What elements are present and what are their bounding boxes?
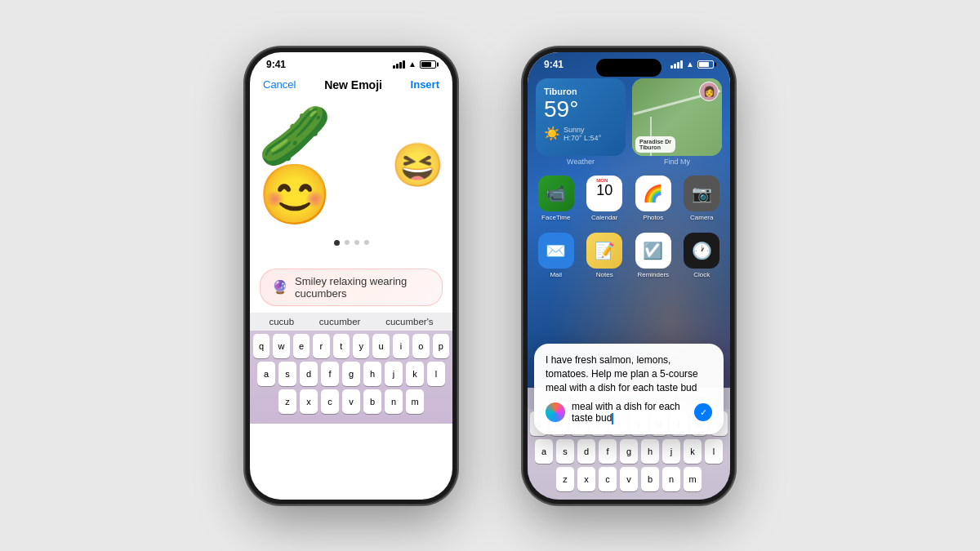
hkey-d[interactable]: d: [577, 439, 595, 464]
notes-label: Notes: [596, 271, 613, 278]
siri-send-button[interactable]: ✓: [694, 403, 712, 421]
key-o[interactable]: o: [412, 334, 429, 358]
key-x[interactable]: x: [300, 389, 318, 414]
key-row-2: a s d f g h j k l: [253, 362, 449, 386]
hkey-v[interactable]: v: [620, 467, 638, 491]
reminders-icon: ☑️: [635, 233, 671, 269]
weather-city: Tiburon: [544, 87, 617, 96]
key-n[interactable]: n: [385, 389, 403, 414]
time-2: 9:41: [544, 59, 564, 70]
calendar-label: Calendar: [591, 214, 617, 221]
key-r[interactable]: r: [313, 334, 329, 358]
reminders-label: Reminders: [637, 271, 669, 278]
hkey-m[interactable]: m: [684, 467, 702, 491]
autocomplete-1[interactable]: cucub: [269, 317, 294, 327]
autocomplete-2[interactable]: cucumber: [319, 317, 361, 327]
map-widget[interactable]: 👩 Paradise Dr Tiburon: [632, 78, 722, 156]
siri-typed-text: meal with a dish for each taste bud: [572, 401, 688, 424]
dot-1: [334, 240, 340, 246]
sun-icon: ☀️: [544, 126, 560, 141]
key-e[interactable]: e: [293, 334, 310, 358]
key-l[interactable]: l: [427, 362, 445, 386]
weather-widget[interactable]: Tiburon 59° ☀️ Sunny H:70° L:54°: [536, 78, 626, 156]
facetime-label: FaceTime: [541, 214, 570, 221]
dot-3: [354, 240, 359, 245]
mail-icon: ✉️: [538, 233, 574, 269]
key-t[interactable]: t: [333, 334, 350, 358]
camera-label: Camera: [690, 214, 713, 221]
key-k[interactable]: k: [406, 362, 424, 386]
hkey-g[interactable]: g: [620, 439, 638, 464]
hkey-h[interactable]: h: [641, 439, 659, 464]
key-s[interactable]: s: [278, 362, 296, 386]
facetime-app[interactable]: 📹 FaceTime: [536, 176, 577, 221]
weather-label: Weather: [536, 156, 626, 167]
hkey-s[interactable]: s: [556, 439, 574, 464]
insert-button[interactable]: Insert: [411, 78, 439, 91]
time-1: 9:41: [266, 59, 286, 70]
widgets-row: Tiburon 59° ☀️ Sunny H:70° L:54° Weather: [528, 73, 730, 172]
search-bar-area: 🔮 Smiley relaxing wearing cucumbers: [250, 262, 452, 313]
phone-2-screen: 9:41 ▲ Ti: [528, 52, 730, 500]
key-row-3: z x c v b n m: [253, 389, 449, 414]
siri-orb-icon: [546, 402, 565, 422]
key-p[interactable]: p: [433, 334, 449, 358]
key-d[interactable]: d: [300, 362, 318, 386]
hkey-b[interactable]: b: [641, 467, 659, 491]
text-cursor: [612, 413, 613, 424]
signal-icon-2: [670, 60, 683, 69]
key-i[interactable]: i: [393, 334, 409, 358]
mail-app[interactable]: ✉️ Mail: [536, 233, 577, 278]
key-g[interactable]: g: [342, 362, 360, 386]
hkey-a[interactable]: a: [535, 439, 553, 464]
map-sublocation: Tiburon: [639, 144, 671, 150]
hkey-f[interactable]: f: [599, 439, 617, 464]
reminders-app[interactable]: ☑️ Reminders: [633, 233, 674, 278]
calendar-app[interactable]: MON 10 Calendar: [585, 176, 626, 221]
hkey-n[interactable]: n: [662, 467, 680, 491]
key-q[interactable]: q: [253, 334, 270, 358]
notes-icon: 📝: [586, 233, 622, 269]
emoji-search-input[interactable]: 🔮 Smiley relaxing wearing cucumbers: [260, 269, 443, 306]
key-z[interactable]: z: [278, 389, 296, 414]
key-f[interactable]: f: [321, 362, 339, 386]
hkey-k[interactable]: k: [684, 439, 702, 464]
clock-label: Clock: [693, 271, 710, 278]
hkey-l[interactable]: l: [705, 439, 723, 464]
map-avatar: 👩: [699, 82, 719, 101]
key-w[interactable]: w: [273, 334, 289, 358]
hkey-z[interactable]: z: [556, 467, 574, 491]
key-u[interactable]: u: [372, 334, 389, 358]
home-key-row-2: a s d f g h j k l: [530, 439, 728, 464]
emoji-alternate[interactable]: 😆: [391, 144, 444, 186]
key-h[interactable]: h: [363, 362, 381, 386]
calendar-icon: MON 10: [586, 176, 622, 211]
key-m[interactable]: m: [406, 389, 424, 414]
hkey-x[interactable]: x: [577, 467, 595, 491]
key-a[interactable]: a: [257, 362, 275, 386]
photos-app[interactable]: 🌈 Photos: [633, 176, 674, 221]
wifi-icon-1: ▲: [408, 60, 416, 69]
key-b[interactable]: b: [363, 389, 381, 414]
cancel-button[interactable]: Cancel: [263, 78, 296, 91]
home-screen: 9:41 ▲ Ti: [528, 52, 730, 500]
screen-title: New Emoji: [324, 78, 382, 91]
key-j[interactable]: j: [385, 362, 403, 386]
hkey-c[interactable]: c: [599, 467, 617, 491]
hkey-j[interactable]: j: [662, 439, 680, 464]
mail-label: Mail: [550, 271, 562, 278]
key-c[interactable]: c: [321, 389, 339, 414]
map-location-label: Paradise Dr Tiburon: [635, 136, 675, 153]
key-y[interactable]: y: [353, 334, 369, 358]
dot-4: [364, 240, 369, 245]
siri-icon: 🔮: [272, 279, 288, 295]
key-v[interactable]: v: [342, 389, 360, 414]
battery-icon-1: [420, 60, 436, 69]
keyboard-1: q w e r t y u i o p a s d f g h j k l: [250, 331, 452, 424]
autocomplete-3[interactable]: cucumber's: [385, 317, 433, 327]
emoji-row: 🥒😊 😆: [258, 106, 444, 224]
notes-app[interactable]: 📝 Notes: [585, 233, 626, 278]
camera-app[interactable]: 📷 Camera: [682, 176, 723, 221]
emoji-cucumber-smiley[interactable]: 🥒😊: [258, 106, 367, 224]
clock-app[interactable]: 🕐 Clock: [682, 233, 723, 278]
